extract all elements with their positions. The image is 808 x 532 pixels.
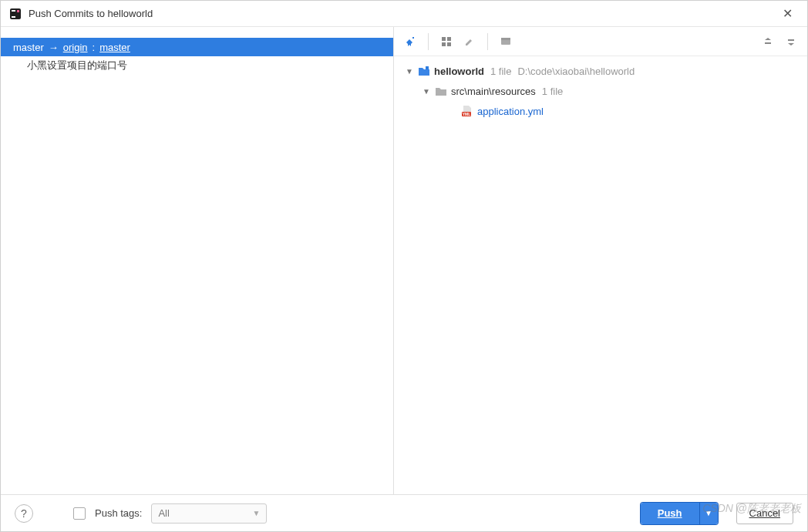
edit-icon[interactable] <box>460 32 480 52</box>
window-title: Push Commits to helloworld <box>29 8 775 19</box>
svg-rect-6 <box>447 37 451 41</box>
close-button[interactable]: ✕ <box>775 6 800 21</box>
push-button[interactable]: Push <box>641 503 699 524</box>
svg-rect-10 <box>501 38 510 40</box>
yml-file-icon: YML <box>460 105 474 117</box>
app-icon <box>8 7 22 21</box>
folder-icon <box>434 86 448 96</box>
svg-rect-8 <box>447 42 451 46</box>
combo-value: All <box>158 507 169 519</box>
titlebar: Push Commits to helloworld ✕ <box>1 1 807 27</box>
local-branch-label: master <box>13 42 44 53</box>
svg-rect-4 <box>412 37 414 39</box>
chevron-down-icon: ▼ <box>253 509 261 517</box>
svg-rect-5 <box>442 37 446 41</box>
changes-toolbar <box>394 27 807 56</box>
folder-name: src\main\resources <box>451 86 536 97</box>
help-button[interactable]: ? <box>15 504 33 523</box>
svg-rect-7 <box>442 42 446 46</box>
collapse-all-icon[interactable] <box>781 32 801 52</box>
group-icon[interactable] <box>436 32 456 52</box>
changes-tree: ▼ helloworld 1 file D:\code\xiaobai\hell… <box>394 56 807 126</box>
svg-rect-3 <box>17 10 19 12</box>
tree-file-row[interactable]: YML application.yml <box>400 101 801 121</box>
main-area: master → origin : master 小黑设置项目的端口号 <box>1 27 807 494</box>
push-tags-label: Push tags: <box>95 507 142 519</box>
project-path: D:\code\xiaobai\helloworld <box>517 66 635 77</box>
push-split-button: Push ▼ <box>641 503 718 524</box>
chevron-down-icon[interactable]: ▼ <box>405 67 414 76</box>
commits-pane: master → origin : master 小黑设置项目的端口号 <box>1 27 394 494</box>
project-folder-icon <box>417 66 431 76</box>
svg-rect-2 <box>12 16 15 18</box>
branch-mapping-row[interactable]: master → origin : master <box>1 38 393 56</box>
preview-icon[interactable] <box>496 32 516 52</box>
project-filecount: 1 file <box>490 66 511 77</box>
cancel-button[interactable]: Cancel <box>736 503 793 524</box>
svg-text:YML: YML <box>463 112 471 116</box>
tree-project-row[interactable]: ▼ helloworld 1 file D:\code\xiaobai\hell… <box>400 61 801 81</box>
remote-link[interactable]: origin <box>63 42 88 53</box>
expand-all-icon[interactable] <box>758 32 778 52</box>
arrow-icon: → <box>49 42 59 53</box>
chevron-down-icon[interactable]: ▼ <box>422 87 431 96</box>
push-dropdown-button[interactable]: ▼ <box>699 503 718 524</box>
project-name: helloworld <box>434 66 484 77</box>
push-tags-combo[interactable]: All ▼ <box>151 503 267 524</box>
remote-sep: : <box>93 42 96 53</box>
tree-folder-row[interactable]: ▼ src\main\resources 1 file <box>400 81 801 101</box>
folder-filecount: 1 file <box>542 86 563 97</box>
footer: ? Push tags: All ▼ Push ▼ Cancel <box>1 494 807 531</box>
svg-rect-11 <box>426 66 429 69</box>
pin-icon[interactable] <box>400 32 420 52</box>
push-tags-checkbox[interactable] <box>73 507 86 520</box>
svg-rect-1 <box>12 10 15 12</box>
file-name: application.yml <box>477 106 544 117</box>
remote-branch-link[interactable]: master <box>99 42 130 53</box>
commit-item[interactable]: 小黑设置项目的端口号 <box>1 56 393 75</box>
changes-pane: ▼ helloworld 1 file D:\code\xiaobai\hell… <box>394 27 807 494</box>
